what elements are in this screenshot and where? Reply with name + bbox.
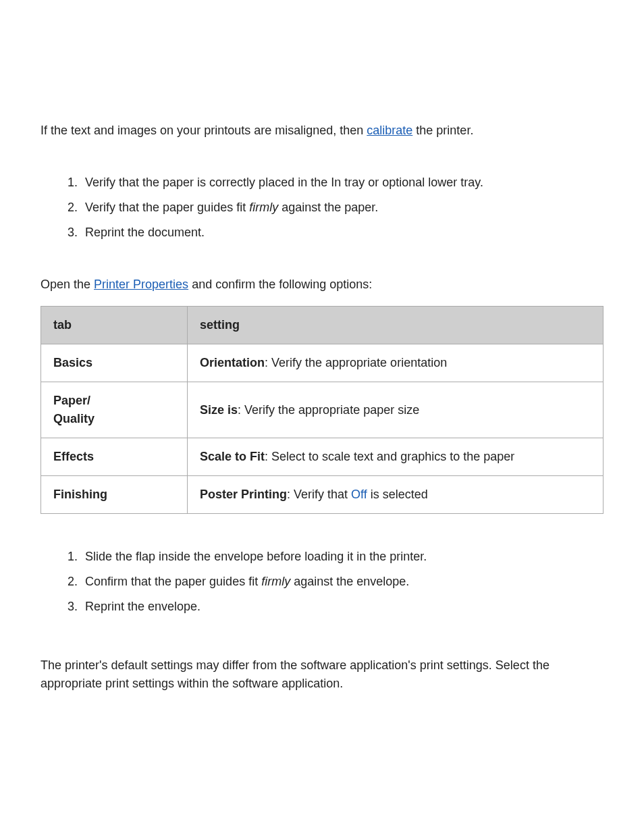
table-row: Effects Scale to Fit: Select to scale te… [41, 438, 603, 476]
intro-paragraph: If the text and images on your printouts… [41, 122, 603, 140]
setting-off-value: Off [351, 488, 367, 501]
step-text: Verify that the paper guides fit [85, 201, 249, 214]
list-item: Verify that the paper guides fit firmly … [81, 199, 603, 217]
setting-label: Size is [200, 403, 238, 417]
step-text: against the envelope. [290, 575, 409, 588]
printer-properties-link[interactable]: Printer Properties [94, 278, 188, 291]
list-item: Reprint the envelope. [81, 598, 603, 616]
table-row: Basics Orientation: Verify the appropria… [41, 344, 603, 382]
table-intro-before: Open the [41, 278, 94, 291]
table-header-setting: setting [188, 307, 603, 344]
table-tab-cell: Paper/ Quality [41, 382, 188, 438]
intro-text-before: If the text and images on your printouts… [41, 124, 367, 137]
setting-label: Orientation [200, 356, 265, 369]
table-header-row: tab setting [41, 307, 603, 344]
table-setting-cell: Scale to Fit: Select to scale text and g… [188, 438, 603, 476]
setting-desc: : Verify the appropriate orientation [265, 356, 447, 369]
intro-text-after: the printer. [412, 124, 473, 137]
table-setting-cell: Poster Printing: Verify that Off is sele… [188, 476, 603, 514]
table-tab-cell: Basics [41, 344, 188, 382]
list-item: Verify that the paper is correctly place… [81, 174, 603, 192]
table-header-tab: tab [41, 307, 188, 344]
step-text: Confirm that the paper guides fit [85, 575, 261, 588]
setting-desc: : Select to scale text and graphics to t… [265, 450, 514, 463]
steps-list-2: Slide the flap inside the envelope befor… [41, 548, 603, 616]
step-text: Reprint the document. [85, 226, 205, 239]
table-row: Finishing Poster Printing: Verify that O… [41, 476, 603, 514]
setting-desc: : Verify the appropriate paper size [238, 403, 419, 417]
step-emphasis: firmly [261, 575, 290, 588]
document-body: If the text and images on your printouts… [41, 122, 603, 693]
table-intro-paragraph: Open the Printer Properties and confirm … [41, 276, 603, 294]
setting-label: Scale to Fit [200, 450, 265, 463]
list-item: Reprint the document. [81, 224, 603, 242]
table-intro-after: and confirm the following options: [188, 278, 372, 291]
step-text: Verify that the paper is correctly place… [85, 176, 483, 189]
step-text: against the paper. [278, 201, 378, 214]
list-item: Slide the flap inside the envelope befor… [81, 548, 603, 566]
step-text: Reprint the envelope. [85, 600, 200, 613]
setting-desc-before: : Verify that [287, 488, 351, 501]
step-text: Slide the flap inside the envelope befor… [85, 550, 427, 563]
step-emphasis: firmly [249, 201, 278, 214]
table-tab-cell: Effects [41, 438, 188, 476]
table-setting-cell: Size is: Verify the appropriate paper si… [188, 382, 603, 438]
list-item: Confirm that the paper guides fit firmly… [81, 573, 603, 591]
setting-desc-after: is selected [367, 488, 428, 501]
steps-list-1: Verify that the paper is correctly place… [41, 174, 603, 242]
table-row: Paper/ Quality Size is: Verify the appro… [41, 382, 603, 438]
table-tab-cell: Finishing [41, 476, 188, 514]
calibrate-link[interactable]: calibrate [367, 124, 412, 137]
default-note: The printer's default settings may diffe… [41, 656, 603, 693]
settings-table: tab setting Basics Orientation: Verify t… [41, 306, 603, 514]
table-setting-cell: Orientation: Verify the appropriate orie… [188, 344, 603, 382]
setting-label: Poster Printing [200, 488, 287, 501]
